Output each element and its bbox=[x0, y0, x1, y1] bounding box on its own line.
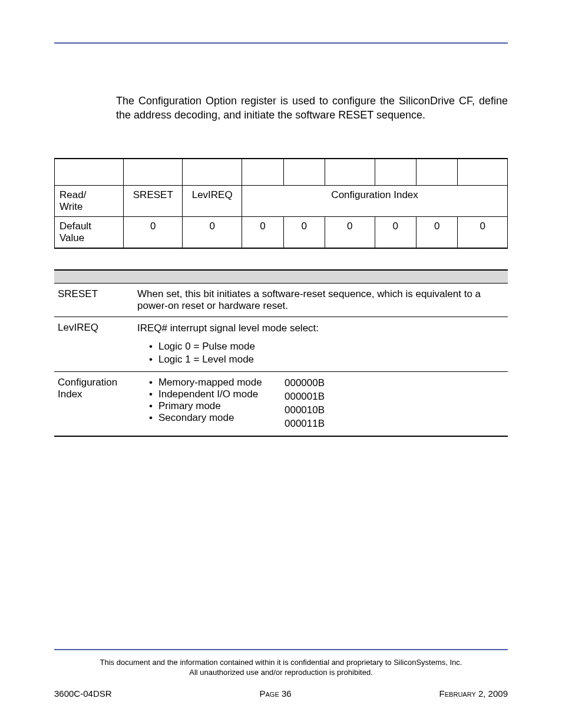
bit2-header bbox=[375, 159, 416, 186]
intro-paragraph: The Configuration Option register is use… bbox=[116, 94, 508, 123]
mode-2-label: Primary mode bbox=[149, 400, 285, 412]
levireq-name: LevIREQ bbox=[54, 317, 134, 372]
default-b5: 0 bbox=[242, 217, 283, 249]
mode-2-code: 000010B bbox=[285, 404, 325, 417]
levireq-main: IREQ# interrupt signal level mode select… bbox=[137, 322, 504, 335]
default-b1: 0 bbox=[416, 217, 457, 249]
default-b6: 0 bbox=[183, 217, 242, 249]
rw-bit6: LevIREQ bbox=[183, 186, 242, 217]
levireq-bullet-0: Logic 0 = Pulse mode bbox=[149, 340, 504, 354]
rw-label: Read/ Write bbox=[55, 186, 124, 217]
header-empty bbox=[55, 159, 124, 186]
doc-id: 3600C-04DSR bbox=[54, 689, 112, 699]
mode-0-code: 000000B bbox=[285, 377, 325, 390]
levireq-bullet-1: Logic 1 = Level mode bbox=[149, 353, 504, 367]
rw-config-index: Configuration Index bbox=[242, 186, 508, 217]
disclaimer-line-1: This document and the information contai… bbox=[54, 657, 508, 668]
desc-header bbox=[54, 270, 508, 283]
mode-3-code: 000011B bbox=[285, 417, 325, 431]
page-number: Page 36 bbox=[260, 689, 292, 699]
default-b2: 0 bbox=[375, 217, 416, 249]
footer-disclaimer: This document and the information contai… bbox=[54, 657, 508, 678]
bit6-header bbox=[183, 159, 242, 186]
config-index-desc: Memory-mapped mode Independent I/O mode … bbox=[134, 372, 508, 436]
register-bit-table: Read/ Write SRESET LevIREQ Configuration… bbox=[54, 158, 508, 249]
default-b4: 0 bbox=[283, 217, 325, 249]
default-label: Default Value bbox=[55, 217, 124, 249]
config-index-name: Configuration Index bbox=[54, 372, 134, 436]
bit-description-table: SRESET When set, this bit initiates a so… bbox=[54, 269, 508, 437]
bit3-header bbox=[325, 159, 375, 186]
mode-1-code: 000001B bbox=[285, 390, 325, 404]
bit4-header bbox=[283, 159, 325, 186]
bit1-header bbox=[416, 159, 457, 186]
sreset-desc: When set, this bit initiates a software-… bbox=[134, 283, 508, 317]
top-rule bbox=[54, 42, 508, 44]
footer-rule bbox=[54, 649, 508, 650]
bit5-header bbox=[242, 159, 283, 186]
default-b0: 0 bbox=[458, 217, 508, 249]
doc-date: February 2, 2009 bbox=[439, 689, 508, 699]
default-b7: 0 bbox=[124, 217, 183, 249]
mode-1-label: Independent I/O mode bbox=[149, 388, 285, 400]
bit0-header bbox=[458, 159, 508, 186]
mode-3-label: Secondary mode bbox=[149, 412, 285, 424]
default-b3: 0 bbox=[325, 217, 375, 249]
levireq-desc: IREQ# interrupt signal level mode select… bbox=[134, 317, 508, 372]
disclaimer-line-2: All unauthorized use and/or reproduction… bbox=[54, 667, 508, 678]
rw-bit7: SRESET bbox=[124, 186, 183, 217]
sreset-name: SRESET bbox=[54, 283, 134, 317]
bit7-header bbox=[124, 159, 183, 186]
mode-0-label: Memory-mapped mode bbox=[149, 377, 285, 388]
